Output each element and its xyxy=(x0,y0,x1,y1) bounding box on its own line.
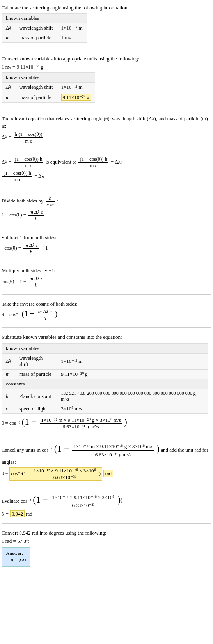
convert-deg-eq: 1 rad = 57.3°: xyxy=(2,537,211,545)
divider xyxy=(2,109,211,109)
equation: θ = 0.942 rad xyxy=(2,510,211,517)
divider xyxy=(2,294,211,295)
eval-text: Evaluate cos⁻¹ (1 − 1×10⁻¹² × 9.11×10⁻²⁸… xyxy=(2,493,211,509)
inverse-text: Take the inverse cosine of both sides: xyxy=(2,300,211,308)
equation: cos(θ) = 1 − m Δλ ch xyxy=(2,276,211,289)
table-row: m mass of particle 9.11×10⁻²⁸ g xyxy=(2,92,95,102)
convert-deg-text: Convert 0.942 rad into degrees using the… xyxy=(2,529,211,537)
equation: 1 − cos(θ) = m Δλ ch xyxy=(2,209,211,222)
highlighted-value: 0.942 xyxy=(10,510,25,517)
divider xyxy=(2,261,211,261)
table-row: m mass of particle 9.11×10⁻²⁸ g xyxy=(2,369,208,379)
highlighted-expression: cos⁻¹(1 − 1×10⁻¹² × 9.11×10⁻²⁸ × 3×10⁸6.… xyxy=(9,467,102,481)
highlighted-value: 9.11×10⁻²⁸ g xyxy=(61,94,91,101)
divider xyxy=(2,436,211,436)
equation: θ = cos⁻¹(1 − 1×10⁻¹² × 9.11×10⁻²⁸ × 3×1… xyxy=(2,467,211,481)
known-variables-table-2: known variables Δλ wavelength shift 1×10… xyxy=(2,72,95,103)
table-row: h Planck constant 132 521 403/ 200 000 0… xyxy=(2,389,208,404)
table-row: m mass of particle 1 mₑ xyxy=(2,33,87,42)
highlighted-unit: rad xyxy=(103,470,113,477)
equation: (1 − cos(θ)) hm c = Δλ xyxy=(2,170,211,183)
divider xyxy=(2,228,211,228)
answer-label: Answer: xyxy=(6,550,26,556)
colon: : xyxy=(208,375,210,382)
table-row: Δλ wavelength shift 1×10⁻¹² m xyxy=(2,82,95,92)
divider xyxy=(2,49,211,49)
table-header: known variables xyxy=(2,343,208,353)
divide-text: Divide both sides by hc m : xyxy=(2,195,211,208)
table-row: Δλ wavelength shift 1×10⁻¹² m xyxy=(2,353,208,369)
divider xyxy=(2,327,211,328)
substituted-equation: θ = cos⁻¹ (1 − 1×10⁻¹² m × 9.11×10⁻²⁸ g … xyxy=(2,417,211,430)
cancel-text: Cancel any units in cos⁻¹ (1 − 1×10⁻¹² m… xyxy=(2,442,211,466)
answer-value: θ = 54° xyxy=(6,558,26,564)
convert-eq: 1 mₑ = 9.11×10⁻²⁸ g: xyxy=(2,63,211,71)
subtract-text: Subtract 1 from both sides: xyxy=(2,234,211,241)
divider xyxy=(2,487,211,487)
multiply-text: Multiply both sides by −1: xyxy=(2,267,211,274)
equation: θ = cos⁻¹ (1 − m Δλ ch ) xyxy=(2,309,211,322)
substitute-text: Substitute known variables and constants… xyxy=(2,333,211,341)
equivalence-statement: Δλ = (1 − cos(θ)) hm c is equivalent to … xyxy=(2,156,211,169)
divider xyxy=(2,150,211,150)
table-header: known variables xyxy=(2,13,87,23)
equation: −cos(θ) = m Δλ ch − 1 xyxy=(2,242,211,255)
convert-heading: Convert known variables into appropriate… xyxy=(2,55,211,63)
table-header: constants xyxy=(2,379,208,389)
equation: Δλ = h (1 − cos(θ))m c xyxy=(2,131,211,144)
known-variables-table-1: known variables Δλ wavelength shift 1×10… xyxy=(2,13,87,43)
intro-text: Calculate the scattering angle using the… xyxy=(2,4,211,12)
substitute-table: known variables Δλ wavelength shift 1×10… xyxy=(2,343,208,414)
table-header: known variables xyxy=(2,72,95,82)
answer-block: Answer: θ = 54° xyxy=(2,547,30,567)
relevant-eq-text: The relevant equation that relates scatt… xyxy=(2,115,211,130)
divider xyxy=(2,523,211,524)
table-row: c speed of light 3×10⁸ m/s xyxy=(2,404,208,413)
table-row: Δλ wavelength shift 1×10⁻¹² m xyxy=(2,23,87,33)
divider xyxy=(2,189,211,189)
